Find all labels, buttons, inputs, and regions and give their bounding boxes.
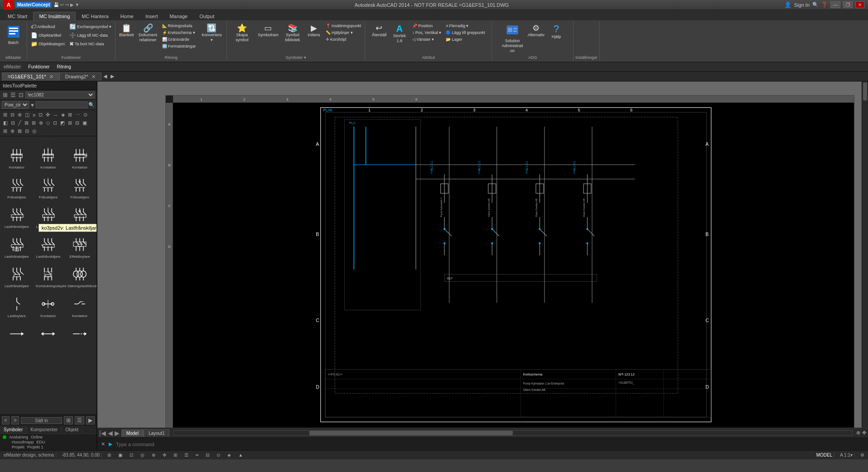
list-item[interactable]: Kortslutningsskydd: [34, 263, 63, 291]
palette-tool-11[interactable]: ⋯: [74, 111, 82, 119]
status-ortho-btn[interactable]: ⊡: [128, 453, 135, 458]
alternativ-button[interactable]: ⚙ Alternativ: [526, 23, 546, 39]
ritningsskala-button[interactable]: 📐 Ritningsskala: [160, 23, 198, 29]
palette-tool-2[interactable]: ⊟: [9, 111, 16, 119]
lagg-till-mc-button[interactable]: ➕ Lägg till MC-data: [68, 31, 113, 39]
batch-button[interactable]: Batch: [2, 23, 25, 48]
palette-extra-btn2[interactable]: ☰: [75, 416, 84, 424]
palette-tool-19[interactable]: ◇: [45, 119, 51, 127]
palette-tool-3[interactable]: ⊕: [16, 111, 23, 119]
hjalp-button[interactable]: ? Hjälp: [547, 23, 565, 41]
palette-search-icon[interactable]: 🔍: [88, 102, 95, 108]
tab-mc-insattning[interactable]: MC Insättning: [33, 12, 76, 20]
palette-filter-dropdown[interactable]: ▼: [30, 102, 35, 108]
ta-bort-mc-button[interactable]: ✖ Ta bort MC-data: [68, 40, 113, 48]
status-model[interactable]: MODEL: [815, 453, 835, 458]
tab-mc-start[interactable]: MC Start: [2, 12, 33, 20]
list-item[interactable]: Frånskiljare: [65, 174, 95, 202]
vertical-scrollbar[interactable]: [862, 82, 868, 438]
lager-button[interactable]: 📂 Lager: [444, 36, 487, 43]
palette-tool-list[interactable]: ☰: [10, 91, 17, 99]
insattningspunkt-button[interactable]: 📍 Insättningspunkt: [324, 23, 363, 29]
palette-tool-26[interactable]: ⊕: [9, 127, 16, 135]
palette-tab-komponenter[interactable]: Komponenter: [27, 426, 62, 433]
draw-zoom-icon[interactable]: ⊕: [856, 430, 860, 436]
status-sc-btn[interactable]: ◈: [226, 453, 233, 458]
autocad-logo[interactable]: A: [4, 0, 14, 10]
list-item[interactable]: Kontaktor: [2, 144, 32, 172]
list-item[interactable]: Kontaktor: [65, 144, 95, 172]
palette-tool-23[interactable]: ⊟: [74, 119, 81, 127]
list-item[interactable]: Lastfrånskiljare ko3psd2v: Lastfrånskilj…: [34, 233, 63, 261]
list-item[interactable]: Frånskiljare: [34, 174, 63, 202]
ritning-link[interactable]: Ritning: [57, 64, 71, 69]
search-icon[interactable]: 🔍: [812, 2, 819, 8]
konvertera-button[interactable]: 🔃 Konvertera ▾: [198, 23, 225, 44]
palette-tool-25[interactable]: ⊞: [2, 127, 9, 135]
palette-tool-18[interactable]: ⊕: [38, 119, 44, 127]
palette-tool-10[interactable]: ⊞: [67, 111, 73, 119]
list-item[interactable]: Lastfrånskiljare: [65, 203, 95, 231]
doc-tab-drawing2[interactable]: Drawing2* ✕: [59, 72, 101, 81]
status-tp-btn[interactable]: ⊟: [204, 453, 211, 458]
palette-tool-7[interactable]: ✜: [44, 111, 51, 119]
palette-nav-next[interactable]: >: [11, 416, 19, 424]
position-button[interactable]: 📌 Position: [410, 23, 443, 29]
tab-output[interactable]: Output: [193, 12, 220, 20]
palette-tool-14[interactable]: ⊟: [10, 119, 16, 127]
palette-tool-1[interactable]: ⊞: [2, 111, 9, 119]
palette-tool-5[interactable]: ≡: [31, 111, 37, 119]
cmd-close-icon[interactable]: ✕: [101, 441, 105, 447]
dokument-relationer-button[interactable]: 🔗 Dokument relationer: [137, 23, 159, 44]
palette-tool-9[interactable]: ◈: [60, 111, 66, 119]
status-ducs-btn[interactable]: ⊞: [172, 453, 179, 458]
status-otrack-btn[interactable]: ✜: [161, 453, 168, 458]
list-item[interactable]: [65, 323, 95, 346]
lagg-till-greppunkt-button[interactable]: 🔵 Lägg till greppunkt: [444, 29, 487, 36]
funktioner-link[interactable]: Funktioner: [28, 64, 49, 69]
palette-tool-20[interactable]: ⊡: [52, 119, 58, 127]
list-item[interactable]: Lastfrånskiljare: [2, 263, 32, 291]
hjalplinjer-button[interactable]: 📏 Hjälplinjer ▾: [324, 29, 363, 36]
palette-tool-13[interactable]: ◧: [2, 119, 9, 127]
list-item[interactable]: Lastbrytare: [2, 293, 32, 321]
draw-nav-next[interactable]: ▶: [115, 429, 120, 437]
palette-place-btn[interactable]: Sätt in: [21, 417, 62, 424]
palette-tool-21[interactable]: ◩: [59, 119, 66, 127]
skapa-symbol-button[interactable]: ⭐ Skapa symbol: [229, 23, 255, 44]
list-item[interactable]: Frånskiljare: [2, 174, 32, 202]
palette-tool-6[interactable]: ⊡: [37, 111, 44, 119]
draw-tab-model[interactable]: Model: [121, 429, 144, 437]
artikelkod-button[interactable]: 🏷 Artikelkod: [29, 23, 67, 31]
palette-tool-17[interactable]: ⊞: [30, 119, 37, 127]
objektkategori-button[interactable]: 📁 Objektkategori: [29, 40, 67, 48]
status-grid-btn[interactable]: ▣: [116, 453, 124, 458]
status-lw-btn[interactable]: ━: [194, 453, 200, 458]
symbolram-button[interactable]: ▭ Symbolram: [256, 23, 280, 39]
palette-tool-grid[interactable]: ⊞: [2, 91, 9, 99]
palette-tool-27[interactable]: ⊠: [16, 127, 23, 135]
aterstall-button[interactable]: ↩ Återställ: [370, 23, 389, 39]
tab-mc-hantera[interactable]: MC Hantera: [76, 12, 114, 20]
list-item[interactable]: Lastfrånskiljare: [2, 233, 32, 261]
palette-extra-btn1[interactable]: ⊞: [64, 416, 73, 424]
palette-extra-btn3[interactable]: ▶: [86, 416, 95, 424]
draw-tab-layout1[interactable]: Layout1: [144, 429, 170, 437]
status-snap-btn[interactable]: ⊞: [106, 453, 113, 458]
palette-tab-objekt[interactable]: Objekt: [62, 426, 82, 433]
palette-category-select[interactable]: !ec1082: [25, 92, 95, 98]
list-item[interactable]: Lastfrånskiljare: [34, 203, 63, 231]
draw-nav-first[interactable]: |◀: [99, 429, 106, 437]
hscroll-thumb[interactable]: [309, 431, 513, 435]
objektartikel-button[interactable]: 📄 Objektartikel: [29, 31, 67, 39]
palette-tab-symboler[interactable]: Symboler: [0, 426, 27, 433]
pos-vertikal-button[interactable]: ↕ Pos, Vertikal ▾: [410, 29, 443, 36]
doc-tab-drawing1-close[interactable]: ✕: [49, 74, 53, 79]
status-am-btn[interactable]: ▲: [236, 453, 245, 458]
palette-tool-16[interactable]: ⊠: [23, 119, 30, 127]
status-polar-btn[interactable]: ◎: [139, 453, 146, 458]
status-qp-btn[interactable]: ⊙: [215, 453, 222, 458]
doc-scroll-left[interactable]: ◀: [101, 73, 109, 79]
palette-search-input[interactable]: [36, 101, 87, 108]
palette-tool-15[interactable]: ╱: [17, 119, 23, 127]
